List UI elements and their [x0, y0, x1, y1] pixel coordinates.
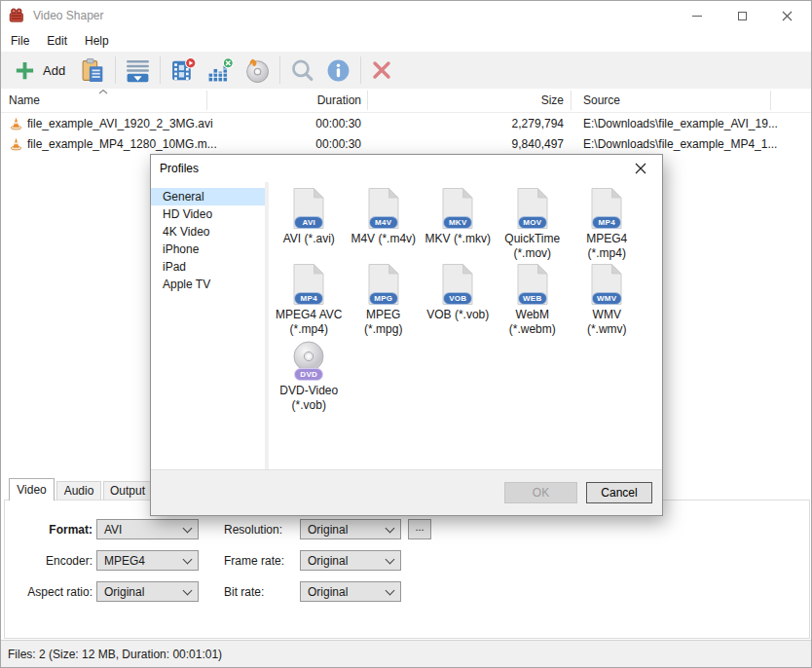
column-divider — [367, 91, 368, 110]
file-type-icon: MOV — [514, 187, 551, 230]
file-type-icon: VOB — [439, 263, 476, 306]
profile-grid: AVI AVI (*.avi) M4V M4V (*.m4v) MKV — [269, 182, 662, 470]
column-divider — [571, 91, 572, 110]
bitrate-select[interactable]: Original — [300, 581, 401, 602]
aspect-ratio-value: Original — [104, 585, 144, 599]
header-size[interactable]: Size — [371, 93, 564, 107]
chevron-down-icon — [386, 554, 395, 564]
file-type-icon: WEB — [514, 263, 551, 306]
file-duration: 00:00:30 — [215, 117, 361, 130]
sort-ascending-icon — [97, 89, 109, 94]
file-size: 9,840,497 — [371, 137, 564, 151]
category-apple-tv[interactable]: Apple TV — [151, 276, 265, 293]
menu-file[interactable]: File — [3, 31, 37, 52]
category-4k-video[interactable]: 4K Video — [151, 223, 265, 241]
framerate-select[interactable]: Original — [300, 550, 401, 571]
file-type-icon: M4V — [365, 187, 402, 230]
format-value: AVI — [104, 523, 122, 537]
add-button[interactable]: Add — [9, 54, 75, 87]
table-row[interactable]: file_example_MP4_1280_10MG.m... 00:00:30… — [1, 133, 811, 154]
file-duration: 00:00:30 — [215, 137, 361, 151]
encoder-value: MPEG4 — [104, 554, 145, 568]
search-button[interactable] — [284, 54, 320, 87]
chevron-down-icon — [183, 554, 193, 564]
format-badge: MP4 — [592, 216, 621, 229]
profile-category-list: General HD Video 4K Video iPhone iPad Ap… — [151, 182, 265, 470]
ok-button[interactable]: OK — [504, 482, 577, 503]
header-name[interactable]: Name — [9, 93, 40, 107]
add-button-label: Add — [43, 63, 65, 78]
toolbar-separator — [279, 56, 280, 84]
profile-label: VOB (*.vob) — [426, 308, 489, 322]
vlc-cone-icon — [9, 136, 23, 151]
output-options-button[interactable] — [120, 54, 156, 87]
status-text: Files: 2 (Size: 12 MB, Duration: 00:01:0… — [8, 648, 222, 661]
file-list: file_example_AVI_1920_2_3MG.avi 00:00:30… — [1, 113, 811, 154]
profile-item-dvd-video[interactable]: DVD DVD-Video (*.vob) — [272, 339, 347, 415]
paste-button[interactable] — [75, 54, 111, 87]
video-options-button[interactable] — [165, 54, 202, 87]
file-type-icon: MP4 — [290, 263, 327, 306]
cancel-button[interactable]: Cancel — [586, 482, 652, 503]
profile-item-webm[interactable]: WEB WebM (*.webm) — [496, 263, 571, 339]
add-icon — [14, 59, 36, 82]
maximize-button[interactable] — [720, 1, 764, 30]
tab-audio[interactable]: Audio — [56, 481, 101, 500]
profile-label: MPEG (*.mpg) — [349, 308, 419, 337]
table-row[interactable]: file_example_AVI_1920_2_3MG.avi 00:00:30… — [1, 113, 811, 133]
aspect-ratio-select[interactable]: Original — [96, 581, 199, 602]
profile-item-mpeg4[interactable]: MP4 MPEG4 (*.mp4) — [570, 187, 645, 263]
tab-video[interactable]: Video — [9, 478, 55, 501]
file-list-header: Name Duration Size Source — [1, 89, 811, 113]
profile-item-wmv[interactable]: WMV WMV (*.wmv) — [570, 263, 645, 339]
profile-label: MKV (*.mkv) — [425, 232, 491, 246]
header-duration[interactable]: Duration — [215, 93, 361, 107]
delete-button[interactable] — [365, 54, 398, 87]
profile-item-mpeg[interactable]: MPG MPEG (*.mpg) — [347, 263, 422, 339]
profile-item-mpeg4-avc[interactable]: MP4 MPEG4 AVC (*.mp4) — [272, 263, 347, 339]
category-ipad[interactable]: iPad — [151, 258, 265, 276]
close-button[interactable] — [764, 1, 809, 30]
profile-item-avi[interactable]: AVI AVI (*.avi) — [272, 187, 347, 263]
window-title: Video Shaper — [33, 9, 104, 22]
minimize-button[interactable] — [675, 1, 720, 30]
menu-help[interactable]: Help — [77, 31, 117, 52]
audio-equalizer-icon — [206, 56, 234, 84]
paste-icon — [80, 57, 106, 84]
aspect-ratio-label: Aspect ratio: — [7, 585, 92, 599]
vlc-cone-icon — [9, 116, 23, 130]
resolution-more-button[interactable]: ... — [408, 519, 431, 539]
profile-item-quicktime[interactable]: MOV QuickTime (*.mov) — [496, 187, 571, 263]
app-logo-icon — [9, 8, 25, 23]
category-hd-video[interactable]: HD Video — [151, 205, 265, 223]
dvd-disc-icon: DVD — [290, 339, 327, 382]
menu-edit[interactable]: Edit — [39, 31, 75, 52]
info-button[interactable] — [320, 54, 356, 87]
app-window: Video Shaper File Edit Help Add — [0, 0, 812, 668]
file-size: 2,279,794 — [371, 117, 564, 130]
encoder-label: Encoder: — [7, 554, 92, 568]
encoder-select[interactable]: MPEG4 — [96, 550, 199, 571]
audio-options-button[interactable] — [202, 54, 239, 87]
profile-label: MPEG4 AVC (*.mp4) — [274, 308, 344, 337]
dialog-title-bar: Profiles — [151, 155, 662, 182]
category-general[interactable]: General — [151, 188, 265, 205]
profile-item-m4v[interactable]: M4V M4V (*.m4v) — [347, 187, 422, 263]
tab-output[interactable]: Output — [103, 481, 152, 500]
close-icon — [635, 163, 646, 174]
format-badge: MP4 — [294, 292, 323, 305]
resolution-select[interactable]: Original — [300, 519, 401, 539]
info-icon — [325, 57, 351, 84]
profile-item-vob[interactable]: VOB VOB (*.vob) — [421, 263, 496, 339]
format-select[interactable]: AVI — [96, 519, 199, 539]
category-iphone[interactable]: iPhone — [151, 241, 265, 258]
profile-label: QuickTime (*.mov) — [498, 232, 568, 261]
file-type-icon: AVI — [290, 187, 327, 230]
format-badge: MOV — [518, 216, 547, 229]
burn-disc-button[interactable] — [239, 54, 276, 87]
toolbar-separator — [160, 56, 161, 84]
header-source[interactable]: Source — [583, 93, 620, 107]
profile-item-mkv[interactable]: MKV MKV (*.mkv) — [421, 187, 496, 263]
file-type-icon: WMV — [588, 263, 625, 306]
dialog-close-button[interactable] — [623, 155, 658, 182]
